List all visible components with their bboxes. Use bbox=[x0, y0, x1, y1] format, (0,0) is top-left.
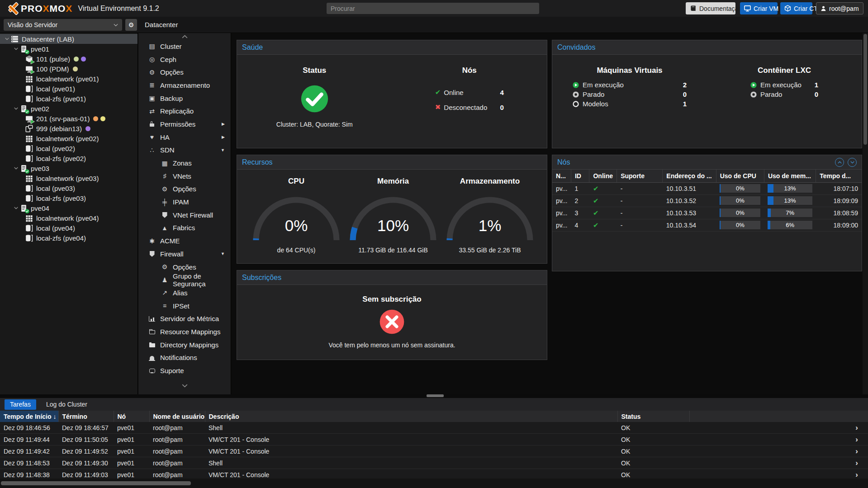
menu-item[interactable]: Suporte bbox=[138, 364, 231, 377]
task-row[interactable]: Dez 09 18:46:56Dez 09 18:46:57pve01root@… bbox=[0, 422, 868, 434]
menu-scroll-down-icon[interactable] bbox=[138, 383, 231, 389]
task-row[interactable]: Dez 09 11:49:44Dez 09 11:50:05pve01root@… bbox=[0, 434, 868, 445]
menu-item[interactable]: ≡IPSet bbox=[138, 299, 231, 313]
menu-item[interactable]: ⚙Opções bbox=[138, 66, 231, 79]
tree-item[interactable]: pve02 bbox=[0, 104, 138, 114]
menu-item[interactable]: ♟Grupo de Segurança bbox=[138, 273, 231, 286]
tree-item[interactable]: localnetwork (pve01) bbox=[0, 74, 138, 84]
tree-item[interactable]: local (pve01) bbox=[0, 84, 138, 94]
tree-expander-icon[interactable] bbox=[13, 207, 19, 209]
nodes-column-header[interactable]: Endereço do ... bbox=[663, 170, 716, 182]
tree-item[interactable]: local (pve02) bbox=[0, 143, 138, 153]
menu-item[interactable]: ▣Backup bbox=[138, 92, 231, 105]
node-row[interactable]: pv...4✔-10.10.3.540%6%18:09:00 bbox=[552, 219, 862, 231]
tasks-hscrollbar[interactable] bbox=[0, 479, 868, 488]
collapse-down-button[interactable] bbox=[848, 158, 857, 167]
content-scrollbar[interactable] bbox=[863, 33, 868, 394]
tree-item[interactable]: 999 (debian13) bbox=[0, 123, 138, 133]
menu-item[interactable]: Directory Mappings bbox=[138, 338, 231, 351]
collapse-up-button[interactable] bbox=[835, 158, 844, 167]
tasks-column-header[interactable]: Nó bbox=[114, 411, 149, 422]
menu-item[interactable]: ∴SDN▼ bbox=[138, 144, 231, 157]
menu-item[interactable]: ⇄Replicação bbox=[138, 104, 231, 118]
menu-item[interactable]: Firewall▼ bbox=[138, 247, 231, 261]
tree-item[interactable]: local-zfs (pve01) bbox=[0, 94, 138, 104]
tree-expander-icon[interactable] bbox=[13, 167, 19, 170]
nodes-column-header[interactable]: Online bbox=[589, 170, 617, 182]
task-detail-chevron[interactable]: › bbox=[689, 445, 868, 457]
tree-item[interactable]: localnetwork (pve03) bbox=[0, 173, 138, 183]
node-row[interactable]: pv...2✔-10.10.3.520%13%18:09:09 bbox=[552, 194, 862, 207]
tasks-column-header[interactable] bbox=[689, 411, 868, 422]
task-row[interactable]: Dez 09 11:48:53Dez 09 11:49:30pve01root@… bbox=[0, 457, 868, 469]
tasks-column-header[interactable]: Término bbox=[58, 411, 114, 422]
node-row[interactable]: pv...3✔-10.10.3.530%7%18:08:59 bbox=[552, 207, 862, 219]
menu-item[interactable]: VNet Firewall bbox=[138, 208, 231, 222]
menu-item[interactable]: ▦Zonas bbox=[138, 156, 231, 170]
menu-item[interactable]: ⚙Opções bbox=[138, 183, 231, 196]
user-menu-button[interactable]: root@pam bbox=[816, 2, 863, 14]
create-vm-button[interactable]: Criar VM bbox=[740, 2, 778, 14]
guests-panel: Convidados Máquinas Virtuais Em execução… bbox=[552, 40, 862, 148]
tree-item[interactable]: local (pve04) bbox=[0, 223, 138, 233]
tree-expander-icon[interactable] bbox=[13, 47, 19, 50]
menu-item[interactable]: ╪IPAM bbox=[138, 195, 231, 208]
menu-item[interactable]: ≣Armazenamento bbox=[138, 79, 231, 92]
tree-settings-button[interactable]: ⚙ bbox=[125, 19, 137, 31]
documentation-button[interactable]: Documentação bbox=[686, 2, 735, 14]
nodes-column-header[interactable]: Uso de mem... bbox=[764, 170, 816, 182]
tree-item[interactable]: localnetwork (pve04) bbox=[0, 213, 138, 223]
tree-item-label: local (pve02) bbox=[36, 145, 75, 152]
menu-item[interactable]: Resource Mappings bbox=[138, 325, 231, 338]
task-detail-chevron[interactable]: › bbox=[689, 434, 868, 445]
search-input[interactable] bbox=[327, 3, 539, 14]
tree-item[interactable]: local-zfs (pve02) bbox=[0, 153, 138, 163]
menu-item[interactable]: Notifications bbox=[138, 351, 231, 365]
panel-splitter-handle[interactable] bbox=[427, 394, 444, 397]
nodes-column-header[interactable]: Tempo d... bbox=[816, 170, 862, 182]
menu-item[interactable]: ↗Alias bbox=[138, 286, 231, 299]
menu-item[interactable]: ✱ACME bbox=[138, 234, 231, 247]
tasks-column-header[interactable]: Nome de usuário bbox=[149, 411, 205, 422]
create-ct-button[interactable]: Criar CT bbox=[780, 2, 812, 14]
menu-item[interactable]: ♥HA▶ bbox=[138, 131, 231, 144]
tree-expander-icon[interactable] bbox=[13, 107, 19, 110]
menu-item[interactable]: ♯VNets bbox=[138, 170, 231, 183]
tab-cluster-log[interactable]: Log do Cluster bbox=[41, 399, 93, 410]
tasks-column-header[interactable]: Descrição bbox=[205, 411, 617, 422]
task-detail-chevron[interactable]: › bbox=[689, 422, 868, 434]
task-detail-chevron[interactable]: › bbox=[689, 457, 868, 469]
tree-item[interactable]: local-zfs (pve04) bbox=[0, 233, 138, 243]
menu-item[interactable]: ▲Fabrics bbox=[138, 222, 231, 235]
gauge-title: Memória bbox=[377, 177, 409, 186]
tasks-column-header[interactable]: Status bbox=[617, 411, 689, 422]
tree-item[interactable]: local (pve03) bbox=[0, 183, 138, 193]
tree-item[interactable]: Datacenter (LAB) bbox=[0, 34, 138, 44]
tasks-column-header[interactable]: Tempo de Início ↓ bbox=[0, 411, 58, 422]
tree-item[interactable]: pve01 bbox=[0, 44, 138, 54]
task-row[interactable]: Dez 09 11:49:42Dez 09 11:49:52pve01root@… bbox=[0, 445, 868, 457]
tab-tasks[interactable]: Tarefas bbox=[5, 399, 36, 410]
tree-item[interactable]: 100 (PDM) bbox=[0, 64, 138, 74]
cluster-icon: ▤ bbox=[147, 43, 157, 50]
menu-item[interactable]: Permissões▶ bbox=[138, 118, 231, 131]
tree-item[interactable]: 101 (pulse) bbox=[0, 54, 138, 64]
nodes-column-header[interactable]: Suporte bbox=[617, 170, 663, 182]
tree-item[interactable]: localnetwork (pve02) bbox=[0, 133, 138, 143]
menu-scroll-up-icon[interactable] bbox=[138, 33, 231, 40]
menu-item[interactable]: ▤Cluster bbox=[138, 40, 231, 53]
tree-item[interactable]: local-zfs (pve03) bbox=[0, 193, 138, 203]
menu-item[interactable]: ⚙Opções bbox=[138, 261, 231, 274]
menu-item[interactable]: Servidor de Métrica bbox=[138, 312, 231, 325]
tree-item[interactable]: pve04 bbox=[0, 203, 138, 213]
nodes-column-header[interactable]: ID bbox=[571, 170, 589, 182]
nodes-column-header[interactable]: Uso de CPU bbox=[716, 170, 764, 182]
nodes-column-header[interactable]: N... bbox=[552, 170, 571, 182]
menu-item[interactable]: ◎Ceph bbox=[138, 53, 231, 66]
tree-item[interactable]: pve03 bbox=[0, 163, 138, 173]
view-select[interactable]: Visão do Servidor bbox=[4, 19, 122, 31]
tree-expander-icon[interactable] bbox=[4, 38, 10, 40]
node-row[interactable]: pv...1✔-10.10.3.510%13%18:07:10 bbox=[552, 182, 862, 194]
tree-item[interactable]: 201 (srv-paas-01) bbox=[0, 114, 138, 123]
menu-item-label: Suporte bbox=[160, 367, 184, 374]
